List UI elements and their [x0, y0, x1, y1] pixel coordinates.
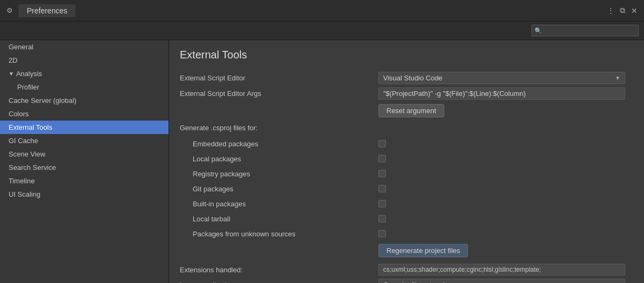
- sidebar-item-ui-scaling[interactable]: UI Scaling: [0, 188, 169, 201]
- checkbox-label-local: Local packages: [180, 155, 378, 163]
- checkbox-row-local: Local packages: [180, 153, 633, 165]
- checkbox-unknown-sources[interactable]: [378, 230, 386, 237]
- preferences-icon: ⚙: [5, 6, 14, 15]
- checkbox-row-embedded: Embedded packages: [180, 138, 633, 150]
- checkbox-registry[interactable]: [378, 170, 386, 177]
- regenerate-button[interactable]: Regenerate project files: [378, 244, 468, 257]
- checkbox-label-unknown-sources: Packages from unknown sources: [180, 230, 378, 238]
- extensions-row: Extensions handled: cs;uxml;uss;shader;c…: [180, 264, 633, 275]
- external-script-editor-row: External Script Editor Visual Studio Cod…: [180, 72, 633, 84]
- close-icon[interactable]: ✕: [630, 6, 639, 15]
- search-icon: 🔍: [535, 27, 542, 34]
- menu-icon[interactable]: ⋮: [606, 6, 615, 15]
- arrow-icon: ▼: [9, 71, 14, 77]
- checkbox-row-local-tarball: Local tarball: [180, 213, 633, 225]
- extensions-label: Extensions handled:: [180, 266, 378, 274]
- sidebar-item-search-service[interactable]: Search Service: [0, 161, 169, 174]
- generate-label-row: Generate .csproj files for:: [180, 123, 633, 135]
- sidebar-item-external-tools[interactable]: External Tools: [0, 121, 169, 134]
- sidebar-item-analysis[interactable]: ▼Analysis: [0, 67, 169, 80]
- image-application-dropdown[interactable]: Open by file extension ▼: [378, 279, 625, 283]
- sidebar: General2D▼AnalysisProfilerCache Server (…: [0, 40, 169, 283]
- sidebar-item-cache-server[interactable]: Cache Server (global): [0, 94, 169, 107]
- image-application-label: Image application: [180, 281, 378, 283]
- external-script-editor-args-label: External Script Editor Args: [180, 90, 378, 98]
- regenerate-row: Regenerate project files: [180, 243, 633, 259]
- dropdown-arrow-icon: ▼: [615, 75, 620, 81]
- external-script-editor-value: Visual Studio Code: [383, 74, 442, 82]
- sidebar-item-scene-view[interactable]: Scene View: [0, 147, 169, 161]
- external-script-editor-args-value: "$(ProjectPath)" -g "$(File)":$(Line):$(…: [378, 87, 625, 100]
- checkbox-builtin[interactable]: [378, 200, 386, 207]
- checkbox-local[interactable]: [378, 155, 386, 162]
- reset-argument-button[interactable]: Reset argument: [378, 104, 444, 117]
- sidebar-item-label: Analysis: [16, 70, 42, 78]
- sidebar-item-colors[interactable]: Colors: [0, 107, 169, 121]
- checkbox-embedded[interactable]: [378, 140, 386, 147]
- maximize-icon[interactable]: ⧉: [618, 6, 627, 15]
- title-bar: ⚙ Preferences ⋮ ⧉ ✕: [0, 0, 644, 21]
- checkbox-git[interactable]: [378, 185, 386, 192]
- checkbox-label-git: Git packages: [180, 185, 378, 193]
- page-title: External Tools: [180, 49, 633, 61]
- checkbox-row-unknown-sources: Packages from unknown sources: [180, 228, 633, 240]
- sidebar-item-general[interactable]: General: [0, 40, 169, 54]
- checkbox-local-tarball[interactable]: [378, 215, 386, 222]
- checkbox-row-git: Git packages: [180, 183, 633, 195]
- main-layout: General2D▼AnalysisProfilerCache Server (…: [0, 40, 644, 283]
- image-application-row: Image application Open by file extension…: [180, 279, 633, 283]
- search-input[interactable]: [531, 25, 639, 36]
- sidebar-item-profiler[interactable]: Profiler: [0, 80, 169, 94]
- external-script-editor-dropdown[interactable]: Visual Studio Code ▼: [378, 72, 625, 84]
- checkbox-label-builtin: Built-in packages: [180, 200, 378, 208]
- title-bar-title: Preferences: [18, 4, 76, 17]
- checkbox-label-registry: Registry packages: [180, 170, 378, 178]
- sidebar-item-timeline[interactable]: Timeline: [0, 174, 169, 188]
- content-area: External Tools External Script Editor Vi…: [169, 40, 644, 283]
- sidebar-item-2d[interactable]: 2D: [0, 54, 169, 67]
- extensions-value: cs;uxml;uss;shader;compute;cginc;hlsl;gl…: [378, 264, 625, 275]
- title-bar-controls: ⋮ ⧉ ✕: [606, 6, 639, 15]
- search-wrap: 🔍: [531, 25, 639, 36]
- checkbox-row-registry: Registry packages: [180, 168, 633, 180]
- checkbox-row-builtin: Built-in packages: [180, 198, 633, 210]
- reset-argument-row: Reset argument: [180, 103, 633, 120]
- search-bar: 🔍: [0, 21, 644, 40]
- checkboxes-container: Embedded packagesLocal packagesRegistry …: [180, 138, 633, 240]
- external-script-editor-args-row: External Script Editor Args "$(ProjectPa…: [180, 87, 633, 100]
- sidebar-item-gi-cache[interactable]: GI Cache: [0, 134, 169, 147]
- image-application-value: Open by file extension: [383, 281, 452, 283]
- checkbox-label-local-tarball: Local tarball: [180, 215, 378, 223]
- external-script-editor-label: External Script Editor: [180, 74, 378, 82]
- generate-label: Generate .csproj files for:: [180, 124, 378, 132]
- checkbox-label-embedded: Embedded packages: [180, 140, 378, 148]
